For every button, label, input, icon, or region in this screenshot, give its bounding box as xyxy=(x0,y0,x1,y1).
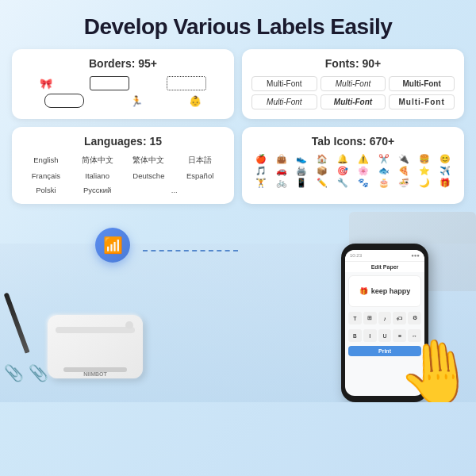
borders-row-1: 🎀 xyxy=(21,76,225,90)
tab-icon-25: 🔧 xyxy=(333,178,352,188)
tab-icon-27: 🎂 xyxy=(374,178,393,188)
tab-icon-3: 👟 xyxy=(293,154,312,164)
tab-icons-title: Tab Icons: 670+ xyxy=(251,135,455,148)
border-icon-3: 👶 xyxy=(189,95,202,107)
bluetooth-icon: 📶 xyxy=(103,236,123,255)
phone-label-preview: 🎁 keep happy xyxy=(348,275,421,307)
tab-icon-2: 👜 xyxy=(272,154,291,164)
phone-tool-6[interactable]: B xyxy=(348,329,362,342)
tab-icon-5: 🔔 xyxy=(333,154,352,164)
border-sample-plain xyxy=(90,76,129,90)
feature-cards: Borders: 95+ 🎀 🏃 👶 Fonts: 90+ Multi-Font… xyxy=(0,49,476,204)
border-icon-1: 🎀 xyxy=(40,78,52,90)
border-icon-2: 🏃 xyxy=(130,95,143,107)
fonts-title: Fonts: 90+ xyxy=(251,57,455,70)
fonts-grid: Multi-Font Multi-Font Multi-Font Multi-F… xyxy=(251,76,455,109)
bluetooth-indicator: 📶 xyxy=(95,228,130,263)
phone-tool-3[interactable]: ♪ xyxy=(378,312,392,324)
lang-chinese-traditional: 繁体中文 xyxy=(125,154,174,167)
hand-emoji: 🤚 xyxy=(393,332,476,402)
tab-icon-13: 🖨️ xyxy=(293,166,312,176)
paperclip-1: 📎 xyxy=(4,364,24,382)
printer-brand: NIIMBOT xyxy=(83,371,107,377)
phone-header: 10:23 ●●● xyxy=(345,250,424,262)
tab-icons-card: Tab Icons: 670+ 🍎 👜 👟 🏠 🔔 ⚠️ ✂️ 🔌 🍔 😊 🎵 … xyxy=(242,127,464,204)
border-sample-dotted xyxy=(167,76,206,90)
tab-icon-28: 🍜 xyxy=(395,178,414,188)
lang-italian: Italiano xyxy=(73,170,122,182)
icons-grid: 🍎 👜 👟 🏠 🔔 ⚠️ ✂️ 🔌 🍔 😊 🎵 🚗 🖨️ 📦 🎯 🌸 🐟 🍕 ⭐… xyxy=(251,154,455,188)
tab-icon-1: 🍎 xyxy=(251,154,271,164)
label-printer: NIIMBOT xyxy=(48,315,143,378)
page-title: Develop Various Labels Easily xyxy=(0,0,476,49)
languages-grid: English 简体中文 繁体中文 日本語 Français Italiano … xyxy=(21,154,225,196)
borders-row-2: 🏃 👶 xyxy=(21,94,225,108)
font-sample-6: Multi-Font xyxy=(389,94,455,109)
tab-icon-21: 🏋️ xyxy=(251,178,271,188)
tab-icon-15: 🎯 xyxy=(333,166,352,176)
font-sample-3: Multi-Font xyxy=(389,76,455,91)
phone-tool-7[interactable]: I xyxy=(363,329,377,342)
tab-icon-10: 😊 xyxy=(436,154,455,164)
phone-tool-5[interactable]: ⚙ xyxy=(408,312,421,324)
tab-icon-14: 📦 xyxy=(313,166,332,176)
pen-decoration xyxy=(14,291,19,355)
border-sample-fancy xyxy=(44,94,84,108)
borders-title: Borders: 95+ xyxy=(21,57,225,70)
phone-tool-4[interactable]: 🏷 xyxy=(393,312,406,324)
font-sample-5: Multi-Font xyxy=(321,94,386,109)
bottom-section: 📎 📎 NIIMBOT 📶 10:23 ●●● Edit Paper xyxy=(0,212,476,402)
label-icon-preview: 🎁 xyxy=(359,287,368,295)
tab-icon-22: 🚲 xyxy=(272,178,291,188)
label-text-preview: keep happy xyxy=(371,287,411,295)
lang-german: Deutsche xyxy=(125,170,174,182)
lang-japanese: 日本語 xyxy=(175,154,225,167)
lang-chinese-simplified: 简体中文 xyxy=(73,154,122,167)
tab-icon-7: ✂️ xyxy=(374,154,393,164)
label-printer-container: NIIMBOT xyxy=(48,315,143,378)
phone-tool-1[interactable]: T xyxy=(348,312,362,324)
languages-title: Languages: 15 xyxy=(21,135,225,148)
tab-icon-6: ⚠️ xyxy=(354,154,373,164)
tab-icon-20: ✈️ xyxy=(436,166,455,176)
phone-tool-8[interactable]: U xyxy=(378,329,392,342)
tab-icon-30: 🎁 xyxy=(436,178,455,188)
borders-card: Borders: 95+ 🎀 🏃 👶 xyxy=(12,49,234,119)
tab-icon-11: 🎵 xyxy=(251,166,271,176)
tab-icon-24: ✏️ xyxy=(313,178,332,188)
tab-icon-16: 🌸 xyxy=(354,166,373,176)
tab-icon-26: 🐾 xyxy=(354,178,373,188)
tab-icon-4: 🏠 xyxy=(313,154,332,164)
tab-icon-12: 🚗 xyxy=(272,166,291,176)
tab-icon-29: 🌙 xyxy=(415,178,434,188)
fonts-card: Fonts: 90+ Multi-Font Multi-Font Multi-F… xyxy=(242,49,464,119)
tab-icon-23: 📱 xyxy=(293,178,312,188)
phone-time: 10:23 xyxy=(350,253,362,258)
languages-card: Languages: 15 English 简体中文 繁体中文 日本語 Fran… xyxy=(12,127,234,204)
font-sample-1: Multi-Font xyxy=(251,76,317,91)
lang-more: ... xyxy=(125,184,225,196)
printer-button-detail xyxy=(125,321,133,329)
phone-tool-2[interactable]: ⊞ xyxy=(363,312,377,324)
font-sample-4: Multi-Font xyxy=(251,94,317,109)
lang-french: Français xyxy=(21,170,71,182)
lang-english: English xyxy=(21,154,71,167)
phone-toolbar: T ⊞ ♪ 🏷 ⚙ xyxy=(345,310,424,326)
paperclips-decoration: 📎 📎 xyxy=(4,363,48,382)
lang-spanish: Español xyxy=(175,170,225,182)
paperclip-2: 📎 xyxy=(29,364,48,382)
printer-button xyxy=(56,327,135,333)
tab-icon-9: 🍔 xyxy=(415,154,434,164)
tab-icon-19: ⭐ xyxy=(415,166,434,176)
tab-icon-18: 🍕 xyxy=(395,166,414,176)
connection-line xyxy=(143,250,238,251)
tab-icon-8: 🔌 xyxy=(395,154,414,164)
font-sample-2: Multi-Font xyxy=(321,76,386,91)
lang-russian: Русский xyxy=(73,184,122,196)
lang-polish: Polski xyxy=(21,184,71,196)
phone-app-title: Edit Paper xyxy=(345,262,424,272)
phone-status-icons: ●●● xyxy=(411,253,420,258)
tab-icon-17: 🐟 xyxy=(374,166,393,176)
